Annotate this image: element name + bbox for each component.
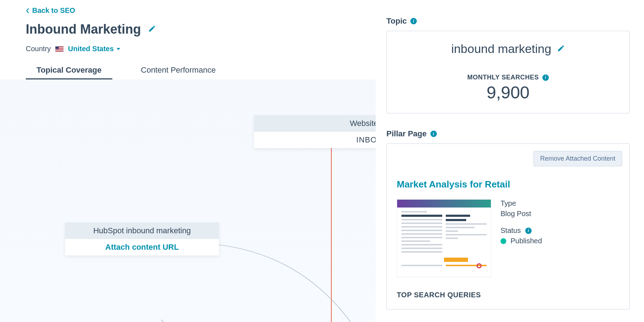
chevron-down-icon [117, 48, 120, 50]
info-icon[interactable]: i [410, 18, 417, 24]
info-icon[interactable]: i [525, 228, 532, 234]
topic-section-heading: Topic i [386, 16, 630, 26]
back-to-seo-link[interactable]: Back to SEO [0, 0, 75, 15]
pillar-heading-label: Pillar Page [386, 129, 427, 138]
country-label: Country [26, 45, 51, 53]
pillar-page-section: Pillar Page i Remove Attached Content Ma… [386, 129, 630, 309]
tab-content-performance[interactable]: Content Performance [130, 62, 226, 80]
country-dropdown[interactable]: United States [68, 45, 120, 53]
attach-content-url-link[interactable]: Attach content URL [65, 239, 219, 255]
page-title: Inbound Marketing [26, 22, 141, 37]
monthly-searches-value: 9,900 [397, 83, 619, 102]
content-meta: Type Blog Post Status i Published [501, 199, 542, 245]
type-label: Type [501, 199, 542, 208]
remove-attached-content-button[interactable]: Remove Attached Content [533, 151, 622, 166]
pencil-icon [148, 25, 156, 33]
details-sidebar: Topic i inbound marketing MONTHLY SEARCH… [386, 0, 644, 322]
center-node[interactable]: Website Traffic INBOUND [254, 115, 376, 148]
content-thumbnail[interactable] [397, 199, 491, 277]
status-label-row: Status i [501, 226, 542, 235]
topic-name: inbound marketing [451, 42, 551, 56]
edit-topic-button[interactable] [557, 44, 565, 54]
back-link-label: Back to SEO [32, 6, 75, 15]
top-search-queries-heading: TOP SEARCH QUERIES [397, 291, 619, 299]
center-node-body: INBOUND [254, 132, 376, 148]
topic-heading-label: Topic [386, 16, 407, 26]
pillar-content-title-link[interactable]: Market Analysis for Retail [397, 179, 619, 190]
country-value: United States [68, 45, 114, 53]
tabs: Topical Coverage Content Performance [0, 53, 376, 80]
topic-section: Topic i inbound marketing MONTHLY SEARCH… [386, 16, 630, 113]
country-selector-row: Country United States [0, 37, 376, 53]
status-value-row: Published [501, 237, 542, 245]
status-dot-icon [501, 238, 506, 244]
chevron-left-icon [26, 8, 29, 13]
tab-topical-coverage[interactable]: Topical Coverage [26, 62, 112, 80]
topic-card: inbound marketing MONTHLY SEARCHES i 9,9… [386, 31, 630, 113]
edit-title-button[interactable] [148, 25, 156, 34]
monthly-searches-label: MONTHLY SEARCHES i [397, 74, 619, 81]
info-icon[interactable]: i [542, 74, 549, 81]
graph-connector-line [331, 144, 332, 322]
status-value: Published [511, 237, 542, 245]
main-content: Back to SEO Inbound Marketing Country Un… [0, 0, 376, 322]
center-node-title: Website Traffic [254, 115, 376, 132]
topic-cluster-graph[interactable]: Website Traffic INBOUND HubSpot inbound … [0, 79, 376, 322]
status-label: Status [501, 226, 521, 235]
pillar-card: Remove Attached Content Market Analysis … [386, 143, 630, 309]
pencil-icon [557, 44, 565, 52]
subtopic-node-title: HubSpot inbound marketing [65, 223, 219, 239]
title-row: Inbound Marketing [0, 15, 376, 37]
flag-us-icon [55, 46, 64, 52]
type-value: Blog Post [501, 210, 542, 218]
pillar-body: Type Blog Post Status i Published [397, 199, 619, 277]
topic-name-row: inbound marketing [397, 42, 619, 56]
pillar-section-heading: Pillar Page i [386, 129, 630, 138]
info-icon[interactable]: i [430, 131, 437, 137]
subtopic-node[interactable]: HubSpot inbound marketing Attach content… [65, 223, 219, 255]
